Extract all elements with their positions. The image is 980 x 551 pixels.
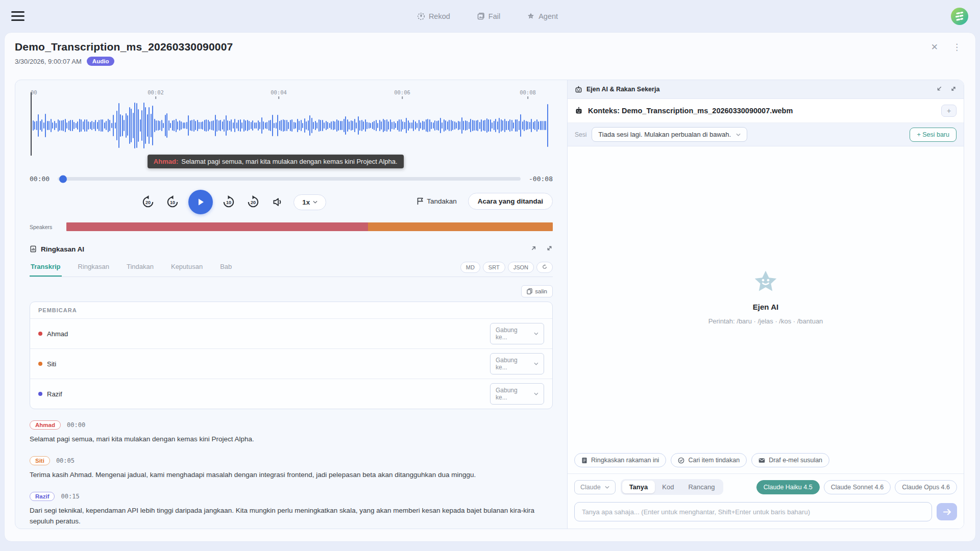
provider-dropdown[interactable]: Claude bbox=[574, 480, 616, 494]
skip-back-20-button[interactable]: 20 bbox=[139, 193, 157, 211]
speaker-badge[interactable]: Siti bbox=[30, 456, 50, 465]
merge-select-ahmad[interactable]: Gabung ke... bbox=[490, 323, 544, 344]
timeline-tick: 00:06 bbox=[394, 89, 410, 99]
session-dropdown[interactable]: Tiada sesi lagi. Mulakan perbualan di ba… bbox=[592, 127, 747, 142]
chip-draft-email[interactable]: Draf e-mel susulan bbox=[751, 453, 829, 467]
copy-button[interactable]: salin bbox=[521, 285, 553, 297]
transcript-entry: Ahmad 00:00 Selamat pagi semua, mari kit… bbox=[30, 420, 553, 445]
seek-bar[interactable] bbox=[58, 177, 521, 181]
send-button[interactable] bbox=[937, 503, 957, 520]
speaker-name: Ahmad bbox=[47, 330, 68, 338]
mode-tanya[interactable]: Tanya bbox=[622, 481, 655, 493]
tab-ringkasan[interactable]: Ringkasan bbox=[77, 259, 110, 277]
agent-commands-hint: Perintah: /baru · /jelas · /kos · /bantu… bbox=[708, 317, 823, 325]
expand-icon[interactable] bbox=[950, 85, 957, 94]
tooltip-speaker: Ahmad: bbox=[154, 158, 178, 165]
play-button[interactable] bbox=[188, 190, 213, 214]
file-icon bbox=[477, 12, 485, 20]
tab-tindakan[interactable]: Tindakan bbox=[126, 259, 155, 277]
segment-tooltip: Ahmad:Selamat pagi semua, mari kita mula… bbox=[148, 155, 404, 168]
agent-panel-title: Ejen AI & Rakan Sekerja bbox=[586, 86, 659, 93]
kebab-menu-icon[interactable]: ⋮ bbox=[952, 43, 961, 52]
tab-keputusan[interactable]: Keputusan bbox=[170, 259, 204, 277]
nav-fail[interactable]: Fail bbox=[477, 12, 500, 20]
svg-text:20: 20 bbox=[145, 200, 151, 205]
model-claude-sonnet[interactable]: Claude Sonnet 4.6 bbox=[824, 480, 891, 494]
agent-chat-input[interactable] bbox=[574, 502, 932, 521]
model-claude-opus[interactable]: Claude Opus 4.6 bbox=[895, 480, 957, 494]
skip-forward-20-button[interactable]: 20 bbox=[244, 193, 262, 211]
refresh-button[interactable] bbox=[536, 262, 553, 273]
tab-transkrip[interactable]: Transkrip bbox=[30, 259, 62, 277]
nav-agent[interactable]: Agent bbox=[527, 12, 558, 20]
mode-kod[interactable]: Kod bbox=[655, 481, 681, 493]
speaker-segment-ahmad[interactable] bbox=[66, 222, 368, 231]
skip-back-10-button[interactable]: 10 bbox=[164, 193, 181, 211]
collapse-icon[interactable] bbox=[936, 85, 942, 94]
marked-events-button[interactable]: Acara yang ditandai bbox=[468, 193, 553, 210]
entry-timestamp[interactable]: 00:00 bbox=[67, 421, 85, 429]
summary-title: Ringkasan AI bbox=[41, 245, 84, 253]
export-json-button[interactable]: JSON bbox=[508, 262, 534, 273]
speaker-color-dot bbox=[38, 332, 42, 336]
chip-summarize[interactable]: Ringkaskan rakaman ini bbox=[574, 453, 666, 467]
speakers-label: Speakers bbox=[30, 224, 66, 230]
chevron-down-icon bbox=[534, 332, 538, 335]
player-transcript-section: 00 00:02 00:04 00:06 00:08 Ahmad:Selamat… bbox=[15, 80, 567, 529]
speaker-badge[interactable]: Razif bbox=[30, 492, 55, 501]
app-logo[interactable] bbox=[950, 7, 969, 26]
seek-thumb[interactable] bbox=[59, 175, 67, 183]
open-external-icon[interactable] bbox=[530, 244, 537, 254]
entry-timestamp[interactable]: 00:15 bbox=[61, 493, 79, 500]
speaker-badge[interactable]: Ahmad bbox=[30, 420, 61, 430]
speakers-card-header: PEMBICARA bbox=[30, 302, 552, 319]
export-srt-button[interactable]: SRT bbox=[483, 262, 505, 273]
refresh-icon bbox=[542, 264, 547, 269]
entry-timestamp[interactable]: 00:05 bbox=[56, 457, 75, 464]
mode-rancang[interactable]: Rancang bbox=[681, 481, 722, 493]
summary-doc-icon bbox=[30, 245, 37, 253]
svg-text:10: 10 bbox=[226, 200, 231, 205]
speaker-color-dot bbox=[38, 392, 42, 396]
model-claude-haiku[interactable]: Claude Haiku 4.5 bbox=[756, 480, 820, 494]
transcript-entry: Razif 00:15 Dari segi teknikal, kependam… bbox=[30, 492, 553, 527]
nav-fail-label: Fail bbox=[488, 12, 500, 20]
nav-rekod[interactable]: Rekod bbox=[417, 12, 450, 20]
chevron-down-icon bbox=[605, 486, 609, 489]
chip-action-items[interactable]: Cari item tindakan bbox=[671, 453, 747, 467]
timeline-tick: 00:02 bbox=[148, 89, 164, 99]
nav-agent-label: Agent bbox=[538, 12, 558, 20]
expand-icon[interactable] bbox=[546, 244, 553, 254]
remaining-time: -00:08 bbox=[529, 175, 553, 183]
volume-button[interactable] bbox=[269, 193, 286, 211]
record-icon bbox=[417, 12, 425, 20]
entry-text: Terima kasih Ahmad. Mengenai jadual, kam… bbox=[30, 470, 550, 481]
mode-segmented-control: Tanya Kod Rancang bbox=[621, 479, 724, 495]
robot-icon bbox=[575, 107, 583, 115]
session-label: Sesi bbox=[575, 131, 586, 138]
skip-forward-10-button[interactable]: 10 bbox=[220, 193, 237, 211]
merge-select-siti[interactable]: Gabung ke... bbox=[490, 353, 544, 374]
speaker-row-siti: Siti Gabung ke... bbox=[30, 349, 552, 379]
export-md-button[interactable]: MD bbox=[460, 262, 480, 273]
tab-bab[interactable]: Bab bbox=[219, 259, 233, 277]
chevron-down-icon bbox=[534, 362, 538, 365]
speaker-color-dot bbox=[38, 362, 42, 366]
new-session-button[interactable]: + Sesi baru bbox=[910, 128, 957, 142]
waveform[interactable] bbox=[31, 98, 552, 153]
summary-tabs: Transkrip Ringkasan Tindakan Keputusan B… bbox=[30, 259, 553, 277]
add-context-button[interactable]: + bbox=[941, 105, 957, 117]
playhead-cursor[interactable] bbox=[31, 92, 32, 156]
tandakan-button[interactable]: Tandakan bbox=[417, 197, 457, 205]
play-icon bbox=[195, 197, 206, 207]
hamburger-menu-icon[interactable] bbox=[11, 11, 24, 21]
file-date: 3/30/2026, 9:00:07 AM bbox=[15, 58, 82, 65]
speed-dropdown[interactable]: 1x bbox=[293, 194, 326, 210]
speaker-segment-siti[interactable] bbox=[368, 222, 553, 231]
topbar: Rekod Fail Agent bbox=[0, 0, 980, 32]
close-icon[interactable]: ✕ bbox=[931, 43, 938, 52]
merge-select-razif[interactable]: Gabung ke... bbox=[490, 383, 544, 405]
copy-label: salin bbox=[535, 288, 547, 294]
copy-icon bbox=[527, 288, 532, 294]
nav-rekod-label: Rekod bbox=[429, 12, 450, 20]
